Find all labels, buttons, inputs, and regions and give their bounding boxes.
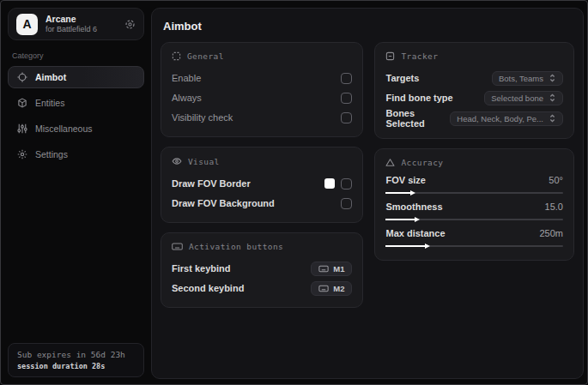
sliders-icon <box>17 123 27 134</box>
setting-row-draw-fov-border: Draw FOV Border <box>172 174 352 193</box>
slider-row-smoothness: Smoothness 15.0 <box>385 202 563 220</box>
sidebar-item-settings[interactable]: Settings <box>8 143 144 165</box>
slider-fill <box>385 219 414 220</box>
left-column: General Enable Always Visibility check <box>161 42 363 317</box>
subscription-status-box: Sub expires in 56d 23h session duration … <box>8 343 144 377</box>
slider-fill <box>385 245 424 247</box>
checkbox-draw-fov-border[interactable] <box>341 178 352 189</box>
app-title-block: Arcane for Battlefield 6 <box>45 14 117 34</box>
visual-card-title: Visual <box>188 157 220 166</box>
color-swatch[interactable] <box>324 178 335 189</box>
setting-row-always: Always <box>172 88 352 107</box>
keybind-button-first[interactable]: M1 <box>311 262 352 276</box>
setting-row-first-keybind: First keybind M1 <box>172 259 352 278</box>
slider-fill <box>385 192 410 194</box>
smoothness-slider[interactable] <box>385 219 563 220</box>
slider-row-header: FOV size 50° <box>385 175 563 185</box>
scan-square-icon <box>385 51 395 61</box>
app-logo: A <box>16 14 38 35</box>
right-column: Tracker Targets Bots, Teams <box>374 42 574 270</box>
setting-label: First keybind <box>172 263 230 274</box>
entities-cube-icon <box>17 98 27 108</box>
setting-row-enable: Enable <box>172 69 352 87</box>
app-logo-card: A Arcane for Battlefield 6 <box>8 8 144 40</box>
setting-row-find-bone-type: Find bone type Selected bone <box>385 88 563 107</box>
keybind-value: M1 <box>333 264 344 274</box>
checkbox-visibility-check[interactable] <box>341 112 352 123</box>
activation-card-title: Activation buttons <box>189 242 283 251</box>
setting-label: Bones Selected <box>385 108 450 129</box>
sidebar-item-label: Entities <box>35 98 64 108</box>
keyboard-icon <box>172 242 183 251</box>
sidebar-item-entities[interactable]: Entities <box>8 92 144 114</box>
chevrons-up-down-icon <box>549 74 556 82</box>
slider-row-fov-size: FOV size 50° <box>385 175 563 194</box>
tracker-card-header: Tracker <box>385 51 563 61</box>
sync-icon[interactable] <box>124 19 136 30</box>
setting-row-bones-selected: Bones Selected Head, Neck, Body, Pe... <box>385 108 563 129</box>
crosshair-icon <box>17 72 27 82</box>
sidebar-spacer <box>8 169 144 343</box>
setting-row-draw-fov-background: Draw FOV Background <box>172 194 352 213</box>
sidebar-item-miscellaneous[interactable]: Miscellaneous <box>8 117 144 140</box>
sidebar-item-label: Aimbot <box>35 72 66 82</box>
fov-size-slider[interactable] <box>385 192 563 194</box>
max-distance-slider[interactable] <box>385 245 563 247</box>
slider-row-header: Smoothness 15.0 <box>385 202 563 212</box>
bones-selected-dropdown[interactable]: Head, Neck, Body, Pe... <box>450 111 563 126</box>
keyboard-icon <box>318 285 329 292</box>
targets-dropdown[interactable]: Bots, Teams <box>492 71 563 86</box>
find-bone-type-dropdown[interactable]: Selected bone <box>484 91 563 105</box>
dropdown-value: Bots, Teams <box>499 74 543 83</box>
sub-expiry-text: Sub expires in 56d 23h <box>17 350 135 359</box>
setting-label: Second keybind <box>172 283 244 293</box>
general-card-title: General <box>187 51 224 61</box>
setting-row-visibility-check: Visibility check <box>172 108 352 127</box>
slider-row-header: Max distance 250m <box>385 228 563 238</box>
accuracy-card: Accuracy FOV size 50° Smoothness <box>374 148 574 261</box>
chevrons-up-down-icon <box>549 93 556 102</box>
app-window: A Arcane for Battlefield 6 Category Aimb… <box>0 0 588 385</box>
gear-icon <box>17 149 27 159</box>
triangle-icon <box>385 158 395 167</box>
tracker-card: Tracker Targets Bots, Teams <box>374 42 574 139</box>
session-duration-text: session duration 28s <box>17 362 135 370</box>
checkbox-enable[interactable] <box>341 73 352 84</box>
slider-value: 15.0 <box>545 202 563 212</box>
accuracy-card-title: Accuracy <box>401 158 443 167</box>
visual-card: Visual Draw FOV Border Draw FOV Backgrou… <box>161 147 363 223</box>
sidebar-item-aimbot[interactable]: Aimbot <box>8 66 144 88</box>
main-panel: Aimbot General Enable <box>151 8 584 379</box>
keybind-value: M2 <box>333 284 344 293</box>
app-name: Arcane <box>45 14 117 25</box>
accuracy-card-header: Accuracy <box>385 158 563 167</box>
content-columns: General Enable Always Visibility check <box>161 42 574 317</box>
sidebar-item-label: Miscellaneous <box>35 123 93 134</box>
setting-label: Smoothness <box>385 202 442 212</box>
dropdown-value: Selected bone <box>491 93 543 103</box>
activation-buttons-card: Activation buttons First keybind M1 <box>161 232 363 308</box>
checkbox-draw-fov-background[interactable] <box>341 198 352 209</box>
slider-value: 250m <box>539 228 563 238</box>
slider-value: 50° <box>549 175 563 185</box>
setting-row-targets: Targets Bots, Teams <box>385 69 563 87</box>
sidebar: A Arcane for Battlefield 6 Category Aimb… <box>1 1 151 384</box>
setting-label: Visibility check <box>172 112 233 123</box>
dashed-square-icon <box>172 51 181 61</box>
sidebar-item-label: Settings <box>35 149 68 159</box>
general-card-header: General <box>172 51 352 61</box>
chevrons-up-down-icon <box>549 114 556 123</box>
eye-icon <box>172 156 182 166</box>
activation-card-header: Activation buttons <box>172 242 352 251</box>
keybind-button-second[interactable]: M2 <box>311 281 352 296</box>
setting-label: Find bone type <box>385 93 452 103</box>
visual-card-header: Visual <box>172 156 352 166</box>
app-subtitle: for Battlefield 6 <box>45 25 117 34</box>
checkbox-always[interactable] <box>341 93 352 104</box>
setting-label: Always <box>172 93 202 103</box>
category-label: Category <box>12 51 140 60</box>
fov-border-controls <box>324 178 352 189</box>
tracker-card-title: Tracker <box>401 51 438 61</box>
keyboard-icon <box>318 265 329 273</box>
setting-label: Max distance <box>385 228 445 238</box>
